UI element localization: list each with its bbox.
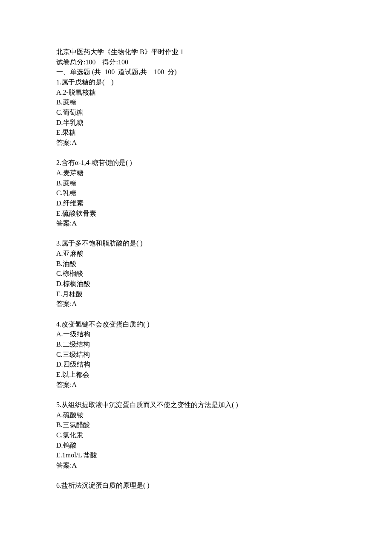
question-option: E.硫酸软骨素 [56,208,336,219]
question-block: 1.属于戊糖的是( ) A.2-脱氧核糖 B.蔗糖 C.葡萄糖 D.半乳糖 E.… [56,77,336,148]
section-title: 一、单选题 (共 100 道试题,共 100 分) [56,67,336,77]
question-option: A.麦芽糖 [56,168,336,178]
question-option: A.亚麻酸 [56,249,336,259]
question-option: C.棕榈酸 [56,269,336,279]
question-answer: 答案:A [56,138,336,148]
question-stem: 3.属于多不饱和脂肪酸的是( ) [56,238,336,249]
question-option: D.棕榈油酸 [56,279,336,289]
question-block: 6.盐析法沉淀蛋白质的原理是( ) [56,480,336,491]
question-stem: 4.改变氢键不会改变蛋白质的( ) [56,319,336,330]
question-stem: 5.从组织提取液中沉淀蛋白质而又不使之变性的方法是加入( ) [56,400,336,410]
question-answer: 答案:A [56,299,336,309]
question-answer: 答案:A [56,460,336,471]
question-option: D.纤维素 [56,198,336,208]
question-option: C.乳糖 [56,188,336,198]
question-option: A.2-脱氧核糖 [56,87,336,98]
question-option: C.三级结构 [56,350,336,360]
question-option: D.钨酸 [56,440,336,451]
question-option: C.葡萄糖 [56,107,336,118]
document-header: 北京中医药大学《生物化学 B》平时作业 1 试卷总分:100 得分:100 一、… [56,47,336,148]
question-option: A.硫酸铵 [56,410,336,420]
question-block: 4.改变氢键不会改变蛋白质的( ) A.一级结构 B.二级结构 C.三级结构 D… [56,319,336,390]
question-option: B.油酸 [56,259,336,269]
question-option: D.半乳糖 [56,118,336,128]
question-option: D.四级结构 [56,359,336,370]
question-option: B.蔗糖 [56,97,336,107]
question-stem: 2.含有α-1,4-糖苷键的是( ) [56,158,336,168]
question-stem: 6.盐析法沉淀蛋白质的原理是( ) [56,480,336,491]
question-option: B.三氯醋酸 [56,420,336,430]
question-answer: 答案:A [56,380,336,390]
question-block: 3.属于多不饱和脂肪酸的是( ) A.亚麻酸 B.油酸 C.棕榈酸 D.棕榈油酸… [56,238,336,309]
score-line: 试卷总分:100 得分:100 [56,57,336,67]
question-block: 2.含有α-1,4-糖苷键的是( ) A.麦芽糖 B.蔗糖 C.乳糖 D.纤维素… [56,158,336,228]
question-option: E.1mol/L 盐酸 [56,450,336,460]
question-option: E.果糖 [56,127,336,138]
document-title: 北京中医药大学《生物化学 B》平时作业 1 [56,47,336,57]
question-stem: 1.属于戊糖的是( ) [56,77,336,87]
question-option: E.以上都会 [56,370,336,380]
question-answer: 答案:A [56,218,336,228]
question-option: E.月桂酸 [56,289,336,299]
question-block: 5.从组织提取液中沉淀蛋白质而又不使之变性的方法是加入( ) A.硫酸铵 B.三… [56,400,336,471]
question-option: A.一级结构 [56,329,336,339]
question-option: B.二级结构 [56,339,336,350]
question-option: B.蔗糖 [56,178,336,188]
question-option: C.氯化汞 [56,430,336,440]
